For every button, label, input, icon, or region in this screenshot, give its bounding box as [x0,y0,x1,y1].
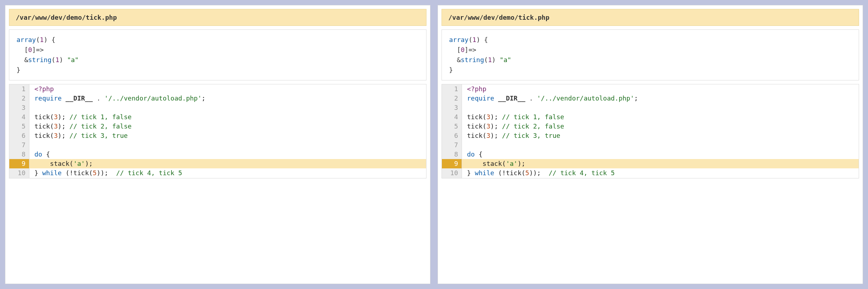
code-line[interactable]: 4tick(3); // tick 1, false [9,112,426,122]
code-line[interactable]: 5tick(3); // tick 2, false [442,122,859,131]
var-dump-output: array(1) { [0]=> &string(1) "a" } [442,29,859,80]
code-content [29,103,426,112]
line-number: 10 [442,168,462,178]
line-number: 6 [9,131,29,140]
code-content: <?php [462,84,859,94]
code-content: tick(3); // tick 3, true [29,131,426,140]
code-content: stack('a'); [29,159,426,168]
code-content: require __DIR__ . '/../vendor/autoload.p… [462,94,859,103]
code-content: tick(3); // tick 1, false [29,112,426,122]
code-content: tick(3); // tick 2, false [29,122,426,131]
source-code: 1<?php2require __DIR__ . '/../vendor/aut… [442,84,859,178]
code-content: } while (!tick(5)); // tick 4, tick 5 [462,168,859,178]
code-line[interactable]: 1<?php [9,84,426,94]
code-content: <?php [29,84,426,94]
line-number: 6 [442,131,462,140]
line-number: 1 [9,84,29,94]
line-number: 7 [442,140,462,150]
code-content: do { [29,150,426,159]
file-path-title: /var/www/dev/demo/tick.php [9,9,426,26]
line-number: 9 [9,159,29,168]
line-number: 2 [9,94,29,103]
code-line[interactable]: 8do { [9,150,426,159]
line-number: 4 [9,112,29,122]
code-line[interactable]: 8do { [442,150,859,159]
code-line[interactable]: 10} while (!tick(5)); // tick 4, tick 5 [442,168,859,178]
line-number: 7 [9,140,29,150]
code-content: tick(3); // tick 3, true [462,131,859,140]
code-line[interactable]: 6tick(3); // tick 3, true [442,131,859,140]
code-line[interactable]: 4tick(3); // tick 1, false [442,112,859,122]
code-line[interactable]: 3 [9,103,426,112]
code-line[interactable]: 9 stack('a'); [442,159,859,168]
var-dump-output: array(1) { [0]=> &string(1) "a" } [9,29,426,80]
code-content: do { [462,150,859,159]
code-content [29,140,426,150]
code-content [462,103,859,112]
source-code: 1<?php2require __DIR__ . '/../vendor/aut… [9,84,426,178]
line-number: 10 [9,168,29,178]
code-content: require __DIR__ . '/../vendor/autoload.p… [29,94,426,103]
code-line[interactable]: 1<?php [442,84,859,94]
code-content: tick(3); // tick 2, false [462,122,859,131]
line-number: 5 [442,122,462,131]
code-line[interactable]: 10} while (!tick(5)); // tick 4, tick 5 [9,168,426,178]
line-number: 4 [442,112,462,122]
code-line[interactable]: 5tick(3); // tick 2, false [9,122,426,131]
line-number: 8 [9,150,29,159]
line-number: 3 [9,103,29,112]
code-line[interactable]: 2require __DIR__ . '/../vendor/autoload.… [9,94,426,103]
code-content [462,140,859,150]
code-content: tick(3); // tick 1, false [462,112,859,122]
line-number: 5 [9,122,29,131]
code-line[interactable]: 2require __DIR__ . '/../vendor/autoload.… [442,94,859,103]
code-line[interactable]: 7 [442,140,859,150]
line-number: 2 [442,94,462,103]
code-content: stack('a'); [462,159,859,168]
debug-panel: /var/www/dev/demo/tick.phparray(1) { [0]… [5,5,430,284]
code-line[interactable]: 7 [9,140,426,150]
debug-panel: /var/www/dev/demo/tick.phparray(1) { [0]… [438,5,863,284]
line-number: 3 [442,103,462,112]
code-line[interactable]: 9 stack('a'); [9,159,426,168]
code-line[interactable]: 3 [442,103,859,112]
file-path-title: /var/www/dev/demo/tick.php [442,9,859,26]
line-number: 1 [442,84,462,94]
line-number: 8 [442,150,462,159]
code-line[interactable]: 6tick(3); // tick 3, true [9,131,426,140]
code-content: } while (!tick(5)); // tick 4, tick 5 [29,168,426,178]
line-number: 9 [442,159,462,168]
